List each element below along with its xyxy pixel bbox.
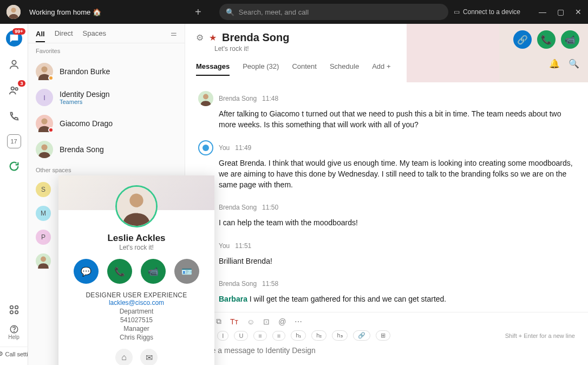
list-tabs: All Direct Spaces ⚌ xyxy=(28,24,185,43)
contact-sub: Teamers xyxy=(60,99,110,105)
chat-panel: ⚙ ★ Brenda Song Let's rock it! 🔗 📞 📹 🔔 🔍… xyxy=(185,24,588,365)
gear-icon[interactable]: ⚙ xyxy=(196,32,204,43)
close-button[interactable]: ✕ xyxy=(575,8,582,16)
format-chip[interactable]: ⊞ xyxy=(376,330,390,341)
profile-mail-icon[interactable]: ✉ xyxy=(140,349,158,365)
message-body: Brilliant Brenda! xyxy=(219,256,575,266)
rail-help[interactable]: Help xyxy=(6,324,22,340)
format-chip[interactable]: h₂ xyxy=(311,330,326,341)
chat-header: ⚙ ★ Brenda Song Let's rock it! 🔗 📞 📹 🔔 🔍… xyxy=(185,24,588,82)
svg-point-15 xyxy=(203,94,208,100)
star-icon[interactable]: ★ xyxy=(209,32,217,43)
contact-row[interactable]: IIdentity DesignTeamers xyxy=(28,84,185,110)
format-row: BIU≡≡h₁h₂h₃🔗⊞Shift + Enter for a new lin… xyxy=(198,330,575,341)
message: You11:51Brilliant Brenda! xyxy=(198,238,575,266)
video-call-button[interactable]: 📹 xyxy=(561,30,579,49)
message: Brenda Song11:48After talking to Giacomo… xyxy=(198,91,575,131)
contact-avatar xyxy=(36,141,53,158)
contact-row[interactable]: Brenda Song xyxy=(28,136,185,162)
bell-icon[interactable]: 🔔 xyxy=(549,58,560,69)
contact-name: Brenda Song xyxy=(60,145,104,154)
global-search[interactable]: 🔍 Search, meet, and call xyxy=(219,4,448,20)
message-body: After talking to Giacomo t turned out th… xyxy=(219,108,575,131)
tab-people[interactable]: People (32) xyxy=(243,62,279,76)
tab-spaces[interactable]: Spaces xyxy=(83,29,106,37)
contact-row[interactable]: Brandon Burke xyxy=(28,58,185,84)
more-compose-icon[interactable]: ⋯ xyxy=(295,317,302,326)
compose-hint: Shift + Enter for a new line xyxy=(505,333,575,339)
new-action-button[interactable]: + xyxy=(188,3,208,21)
rail-contacts[interactable]: 3 xyxy=(6,82,22,99)
tab-messages[interactable]: Messages xyxy=(196,62,230,76)
profile-audio-button[interactable]: 📞 xyxy=(107,259,132,284)
contact-row[interactable]: Giacomo Drago xyxy=(28,110,185,136)
space-avatar: P xyxy=(36,230,51,245)
tab-direct[interactable]: Direct xyxy=(55,29,73,37)
format-chip[interactable]: 🔗 xyxy=(353,330,370,341)
format-chip[interactable]: h₃ xyxy=(332,330,347,341)
message-input[interactable] xyxy=(198,346,575,355)
svg-point-7 xyxy=(10,311,13,314)
chat-tabs: Messages People (32) Content Schedule Ad… xyxy=(196,62,577,76)
profile-video-button[interactable]: 📹 xyxy=(141,259,166,284)
tab-all[interactable]: All xyxy=(36,30,45,42)
link-button[interactable]: 🔗 xyxy=(513,30,532,49)
minimize-button[interactable]: — xyxy=(539,8,546,16)
profile-home-icon[interactable]: ⌂ xyxy=(115,349,133,365)
gif-icon[interactable]: ⊡ xyxy=(263,317,270,326)
message-author: You xyxy=(219,242,230,250)
format-chip[interactable]: ≡ xyxy=(272,331,285,341)
svg-point-3 xyxy=(11,87,14,90)
profile-chat-button[interactable]: 💬 xyxy=(74,259,99,284)
emoji-icon[interactable]: ☺ xyxy=(247,317,254,326)
tab-content[interactable]: Content xyxy=(292,62,317,76)
connect-device[interactable]: ▭ Connect to a device xyxy=(454,8,520,16)
svg-point-13 xyxy=(41,144,47,150)
svg-point-4 xyxy=(15,88,18,90)
rail-refresh[interactable] xyxy=(6,158,22,174)
presence-status[interactable]: Working from home 🏠 xyxy=(29,8,101,16)
message-time: 11:48 xyxy=(262,95,278,102)
message-author: You xyxy=(219,144,230,152)
self-avatar[interactable] xyxy=(6,5,21,19)
profile-dept-label: Department xyxy=(68,308,205,315)
message-body: Barbara I will get the team gathered for… xyxy=(219,294,575,304)
profile-tagline: Let's rock it! xyxy=(68,244,205,251)
message-body: Great Brenda. I think that would give us… xyxy=(219,158,575,191)
cast-icon: ▭ xyxy=(454,8,460,16)
message-time: 11:49 xyxy=(235,144,251,152)
profile-dept: 541027515 xyxy=(68,316,205,324)
message-avatar xyxy=(198,91,213,106)
maximize-button[interactable]: ▢ xyxy=(557,8,564,16)
rail-teams[interactable] xyxy=(6,56,22,73)
profile-email[interactable]: lackles@cisco.com xyxy=(68,299,205,307)
search-placeholder: Search, meet, and call xyxy=(239,8,309,16)
rail-chat[interactable]: 99+ xyxy=(6,30,22,47)
rail-calendar[interactable]: 17 xyxy=(7,134,21,148)
mention-icon[interactable]: @ xyxy=(278,317,286,326)
profile-card: Leslie Ackles Let's rock it! 💬 📞 📹 🪪 DES… xyxy=(58,175,214,365)
rail-apps[interactable] xyxy=(6,302,22,318)
format-icon[interactable]: Tт xyxy=(230,317,238,326)
format-chip[interactable]: h₁ xyxy=(291,330,306,341)
svg-point-2 xyxy=(12,61,16,64)
profile-name: Leslie Ackles xyxy=(68,233,205,244)
search-chat-icon[interactable]: 🔍 xyxy=(569,58,579,69)
tab-schedule[interactable]: Schedule xyxy=(330,62,359,76)
message-avatar xyxy=(198,140,213,155)
format-chip[interactable]: I xyxy=(217,331,228,341)
tab-add[interactable]: Add + xyxy=(372,62,390,76)
audio-call-button[interactable]: 📞 xyxy=(537,30,556,49)
profile-card-button[interactable]: 🪪 xyxy=(174,259,199,284)
contact-name: Brandon Burke xyxy=(60,67,110,76)
svg-point-6 xyxy=(15,306,18,309)
composer: 📎 ⧉ Tт ☺ ⊡ @ ⋯ BIU≡≡h₁h₂h₃🔗⊞Shift + Ente… xyxy=(185,312,588,365)
filter-icon[interactable]: ⚌ xyxy=(171,29,177,37)
nav-rail: 99+ 3 17 Help 📞⚙ Call xyxy=(0,24,28,365)
space-avatar: M xyxy=(36,206,51,221)
rail-calls[interactable] xyxy=(6,108,22,125)
chat-badge: 99+ xyxy=(12,28,25,35)
screenshot-icon[interactable]: ⧉ xyxy=(216,317,221,326)
format-chip[interactable]: ≡ xyxy=(253,331,266,341)
format-chip[interactable]: U xyxy=(234,331,248,341)
